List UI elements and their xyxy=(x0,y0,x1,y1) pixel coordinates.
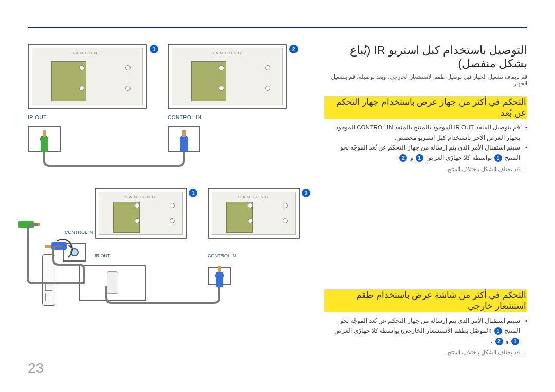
text: الموجود بالمنتج بالمنفذ xyxy=(393,124,453,130)
text: و xyxy=(408,155,413,161)
tv-2-wrap: SAMSUNG 2 CONTROL IN xyxy=(168,44,287,152)
text: قم بتوصيل المنفذ xyxy=(474,124,520,130)
section-a-bullet-1: قم بتوصيل المنفذ IR OUT الموجود بالمنتج … xyxy=(324,123,527,143)
tv-3-wrap: SAMSUNG 1 IR OUT CONTROL IN xyxy=(95,188,187,321)
tv-badge-two-icon: 2 xyxy=(302,189,310,197)
brand-text: SAMSUNG xyxy=(209,195,299,199)
controlin-label: CONTROL IN xyxy=(168,115,287,120)
diagram-row-1: SAMSUNG 1 IR OUT SAMSUNG 2 xyxy=(28,44,313,152)
badge-one-icon: 1 xyxy=(416,154,423,162)
badge-one-icon: 1 xyxy=(511,338,519,345)
tv-back-illustration: SAMSUNG xyxy=(208,188,300,239)
section-a-bullet-2: سيتم استقبال الأمر الذي يتم إرساله من جه… xyxy=(324,143,527,163)
section-b-note: قد يختلف الشكل باختلاف المنتج. xyxy=(324,349,525,356)
irout-label: IR OUT xyxy=(28,115,147,120)
irout-label: IR OUT xyxy=(95,253,110,258)
section-a-list: قم بتوصيل المنفذ IR OUT الموجود بالمنتج … xyxy=(324,123,527,163)
tv-1-wrap: SAMSUNG 1 IR OUT xyxy=(28,44,147,152)
tv-badge-one-icon: 1 xyxy=(189,189,197,197)
diagram-column: SAMSUNG 1 IR OUT SAMSUNG 2 xyxy=(28,44,313,321)
tv-badge-one-icon: 1 xyxy=(150,45,158,53)
section-b-bullet-1: سيتم استقبال الأمر الذي يتم إرساله من جه… xyxy=(324,316,527,346)
blue-plug-icon xyxy=(180,137,188,152)
diagram-row-2: SAMSUNG 1 IR OUT CONTROL IN xyxy=(28,188,313,321)
top-rule xyxy=(28,27,527,32)
text: بواسطة كلا جهازَي العرض xyxy=(424,155,492,161)
text: (الموصّل بطقم الاستشعار الخارجي) بواسطة … xyxy=(334,328,492,334)
section-a-note: قد يختلف الشكل باختلاف المنتج. xyxy=(324,166,525,172)
tv-4-wrap: SAMSUNG 2 CONTROL IN xyxy=(208,188,300,321)
label-controlin: CONTROL IN xyxy=(357,124,393,130)
tv-badge-two-icon: 2 xyxy=(289,45,298,53)
tv-back-illustration: SAMSUNG xyxy=(168,44,287,109)
section-b: التحكم في أكثر من شاشة عرض باستخدام طقم … xyxy=(324,289,527,356)
remote-control-icon xyxy=(42,254,55,306)
section-a-heading: التحكم في أكثر من جهاز عرض باستخدام جهاز… xyxy=(324,96,527,119)
page-title: التوصيل باستخدام كبل استريو IR (يُباع بش… xyxy=(324,44,527,70)
brand-text: SAMSUNG xyxy=(169,51,286,55)
brand-text: SAMSUNG xyxy=(29,51,146,55)
badge-two-icon: 2 xyxy=(399,154,407,162)
badge-one-icon: 1 xyxy=(494,154,502,162)
section-b-heading: التحكم في أكثر من شاشة عرض باستخدام طقم … xyxy=(324,289,527,312)
green-plug-icon xyxy=(41,137,48,152)
badge-one-icon: 1 xyxy=(494,327,502,335)
controlin-label: CONTROL IN xyxy=(65,230,93,235)
sensor-eye-icon xyxy=(107,271,118,294)
page-number: 23 xyxy=(28,360,44,377)
intro-text: قم بإيقاف تشغيل الجهاز قبل توصيل طقم الا… xyxy=(324,73,527,87)
tv-back-illustration: SAMSUNG xyxy=(95,188,187,239)
badge-two-icon: 2 xyxy=(495,338,503,345)
controlin-label: CONTROL IN xyxy=(208,253,236,258)
text: و xyxy=(504,338,509,344)
section-b-list: سيتم استقبال الأمر الذي يتم إرساله من جه… xyxy=(324,316,527,346)
brand-text: SAMSUNG xyxy=(96,195,186,199)
green-plug-icon xyxy=(18,221,34,228)
tv-back-illustration: SAMSUNG xyxy=(28,44,147,109)
external-sensor-box xyxy=(79,265,146,301)
text-column: التوصيل باستخدام كبل استريو IR (يُباع بش… xyxy=(324,44,527,356)
text: . xyxy=(491,338,492,344)
blue-plug-icon xyxy=(216,272,223,287)
text: . xyxy=(395,155,397,161)
label-irout: IR OUT xyxy=(454,124,474,130)
